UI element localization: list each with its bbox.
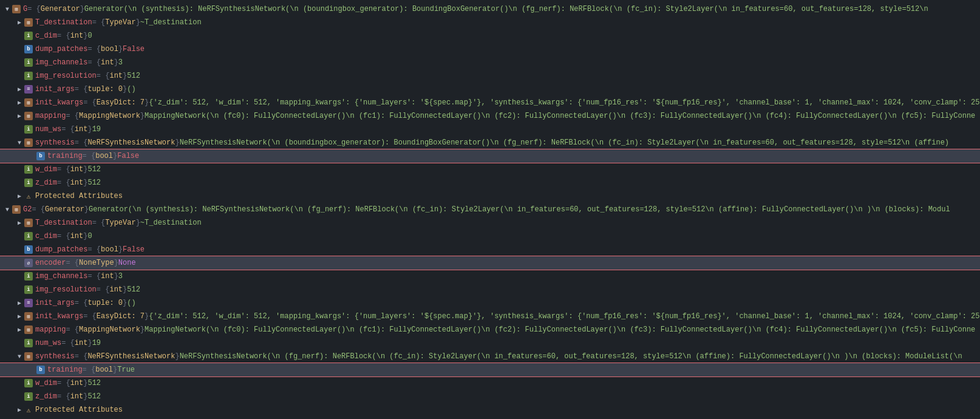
type-name: tuple: 0 bbox=[87, 299, 123, 307]
tree-row[interactable]: ⊞ G = {Generator} Generator(\n (synthesi… bbox=[0, 2, 980, 16]
expand-arrow[interactable] bbox=[15, 312, 24, 321]
row-content: i num_ws = {int} 19 bbox=[24, 125, 101, 134]
expand-arrow bbox=[27, 365, 36, 375]
type-close: } bbox=[118, 245, 123, 254]
expand-arrow[interactable] bbox=[2, 4, 12, 14]
tree-row[interactable]: b dump_patches = {bool} False bbox=[0, 243, 980, 256]
value: 512 bbox=[87, 379, 101, 387]
type-annotation: = { bbox=[97, 285, 110, 294]
tree-row[interactable]: i z_dim = {int} 512 bbox=[0, 176, 980, 189]
value: 19 bbox=[92, 339, 101, 347]
expand-arrow[interactable] bbox=[15, 18, 24, 27]
row-content: i c_dim = {int} 0 bbox=[24, 232, 92, 240]
expand-arrow[interactable] bbox=[15, 298, 24, 308]
tree-row[interactable]: b training = {bool} False bbox=[0, 149, 980, 163]
expand-arrow[interactable] bbox=[15, 111, 24, 121]
tree-row[interactable]: ⊞ G2 = {Generator} Generator(\n (synthes… bbox=[0, 203, 980, 216]
tree-row[interactable]: i img_channels = {int} 3 bbox=[0, 270, 980, 283]
obj-icon: ⊞ bbox=[24, 325, 33, 334]
tree-row[interactable]: i img_channels = {int} 3 bbox=[0, 56, 980, 69]
tree-row[interactable]: ⊞ T_destination = {TypeVar} ~T_destinati… bbox=[0, 16, 980, 29]
tree-row[interactable]: i img_resolution = {int} 512 bbox=[0, 283, 980, 296]
expand-arrow[interactable] bbox=[15, 405, 24, 415]
row-content: ∅ encoder = {NoneType} None bbox=[24, 259, 136, 267]
tree-row[interactable]: ⊞ synthesis = {NeRFSynthesisNetwork} NeR… bbox=[0, 350, 980, 363]
type-annotation: = { bbox=[83, 98, 97, 107]
tree-row[interactable]: i z_dim = {int} 512 bbox=[0, 390, 980, 403]
list-icon: ≡ bbox=[24, 299, 33, 307]
tree-row[interactable]: ⚠ Protected Attributes bbox=[0, 189, 980, 203]
type-name: NeRFSynthesisNetwork bbox=[87, 138, 175, 147]
tree-row[interactable]: ⊞ T_destination = {TypeVar} ~T_destinati… bbox=[0, 216, 980, 230]
value: 3 bbox=[118, 58, 123, 67]
type-annotation: = { bbox=[57, 392, 70, 401]
type-annotation: = { bbox=[97, 72, 110, 80]
expand-arrow[interactable] bbox=[15, 218, 24, 228]
value: () bbox=[127, 85, 135, 94]
var-name: c_dim bbox=[35, 232, 57, 240]
row-content: i z_dim = {int} 512 bbox=[24, 392, 101, 401]
tree-row[interactable]: i c_dim = {int} 0 bbox=[0, 29, 980, 43]
var-name: init_args bbox=[35, 85, 75, 94]
expand-arrow[interactable] bbox=[15, 138, 24, 148]
value: False bbox=[123, 45, 145, 53]
type-name: int bbox=[75, 339, 88, 347]
expand-arrow[interactable] bbox=[2, 205, 12, 214]
tree-row[interactable]: b dump_patches = {bool} False bbox=[0, 43, 980, 56]
type-close: } bbox=[118, 45, 123, 53]
expand-arrow bbox=[15, 285, 24, 295]
obj-icon: ⊞ bbox=[24, 138, 33, 147]
value: None bbox=[118, 259, 136, 267]
value: Generator(\n (synthesis): NeRFSynthesisN… bbox=[89, 205, 950, 214]
type-name: int bbox=[101, 58, 114, 67]
tree-row[interactable]: ≡ init_args = {tuple: 0} () bbox=[0, 296, 980, 310]
type-annotation: = { bbox=[57, 179, 70, 187]
tree-row[interactable]: b training = {bool} True bbox=[0, 363, 980, 376]
type-name: int bbox=[70, 392, 84, 401]
tree-row[interactable]: i num_ws = {int} 19 bbox=[0, 123, 980, 136]
expand-arrow[interactable] bbox=[15, 191, 24, 201]
type-annotation: = { bbox=[57, 165, 70, 174]
tree-row[interactable]: ⊞ synthesis = {NeRFSynthesisNetwork} NeR… bbox=[0, 136, 980, 149]
var-name: mapping bbox=[35, 325, 66, 334]
tree-row[interactable]: ∅ encoder = {NoneType} None bbox=[0, 256, 980, 270]
tree-row[interactable]: i c_dim = {int} 0 bbox=[0, 230, 980, 243]
tree-row[interactable]: ⊞ mapping = {MappingNetwork} MappingNetw… bbox=[0, 109, 980, 123]
expand-arrow[interactable] bbox=[15, 84, 24, 94]
expand-arrow bbox=[15, 124, 24, 134]
var-name: init_kwargs bbox=[35, 312, 83, 321]
expand-arrow[interactable] bbox=[15, 98, 24, 107]
tree-row[interactable]: i w_dim = {int} 512 bbox=[0, 376, 980, 390]
value: 0 bbox=[87, 232, 92, 240]
type-name: int bbox=[109, 72, 123, 80]
value: 512 bbox=[87, 179, 101, 187]
expand-arrow[interactable] bbox=[15, 352, 24, 361]
expand-arrow[interactable] bbox=[15, 325, 24, 335]
row-content: ⊞ mapping = {MappingNetwork} MappingNetw… bbox=[24, 325, 975, 334]
type-close: } bbox=[123, 72, 127, 80]
var-name: init_args bbox=[35, 299, 75, 307]
type-annotation: = { bbox=[83, 366, 96, 374]
tree-row[interactable]: ⊞ init_kwargs = {EasyDict: 7} {'z_dim': … bbox=[0, 310, 980, 323]
row-content: ≡ init_args = {tuple: 0} () bbox=[24, 85, 136, 94]
tree-row[interactable]: ⚠ Protected Attributes bbox=[0, 403, 980, 417]
type-close: } bbox=[145, 312, 149, 321]
tree-row[interactable]: i num_ws = {int} 19 bbox=[0, 336, 980, 350]
type-annotation: = { bbox=[87, 58, 101, 67]
value: MappingNetwork(\n (fc0): FullyConnectedL… bbox=[145, 112, 975, 120]
type-name: int bbox=[70, 379, 84, 387]
tree-container[interactable]: ⊞ G = {Generator} Generator(\n (synthesi… bbox=[0, 0, 980, 419]
tree-row[interactable]: ⊞ mapping = {MappingNetwork} MappingNetw… bbox=[0, 323, 980, 336]
var-name: T_destination bbox=[35, 219, 92, 227]
tree-row[interactable]: ⊞ init_kwargs = {EasyDict: 7} {'z_dim': … bbox=[0, 96, 980, 109]
var-name: dump_patches bbox=[35, 45, 87, 53]
list-icon: ≡ bbox=[24, 85, 33, 94]
tree-row[interactable]: ≡ init_args = {tuple: 0} () bbox=[0, 83, 980, 96]
tree-row[interactable]: i img_resolution = {int} 512 bbox=[0, 69, 980, 83]
row-content: ⚠ Protected Attributes bbox=[24, 192, 123, 200]
expand-arrow bbox=[15, 44, 24, 54]
row-content: ⊞ mapping = {MappingNetwork} MappingNetw… bbox=[24, 112, 975, 120]
tree-row[interactable]: i w_dim = {int} 512 bbox=[0, 163, 980, 176]
expand-arrow bbox=[15, 71, 24, 81]
var-name: mapping bbox=[35, 112, 66, 120]
